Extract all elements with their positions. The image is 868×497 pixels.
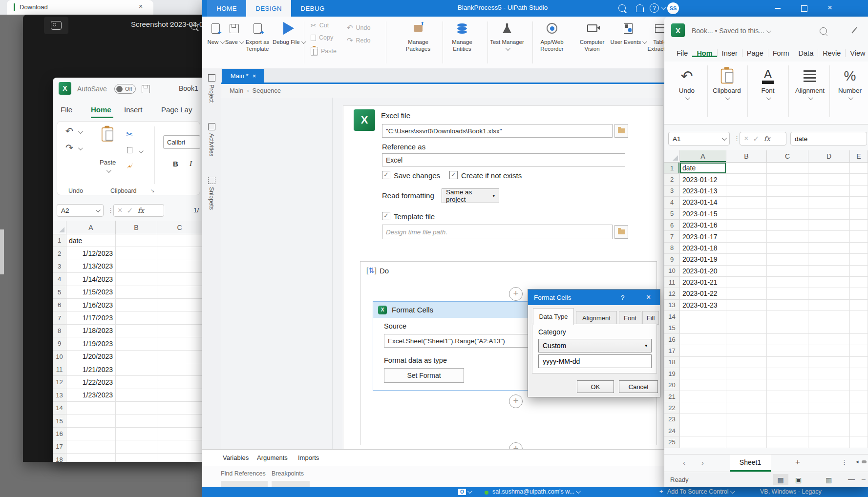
row-number[interactable]: 21 <box>664 391 680 402</box>
row-number[interactable]: 2 <box>53 247 66 260</box>
cell[interactable] <box>157 376 202 389</box>
see-more-icon[interactable]: ⋯ <box>166 19 175 29</box>
undo-icon[interactable]: ↶ <box>65 126 73 136</box>
dialog-tab-alignment[interactable]: Alignment <box>576 311 617 325</box>
close-button[interactable]: × <box>827 3 832 13</box>
row-number[interactable]: 13 <box>53 389 66 402</box>
bold-button[interactable]: B <box>173 160 178 168</box>
cell[interactable] <box>767 288 808 299</box>
photos-app-button[interactable] <box>44 17 68 34</box>
cell[interactable] <box>157 311 202 324</box>
cell[interactable] <box>680 357 726 368</box>
row-number[interactable]: 24 <box>664 425 680 436</box>
row-number[interactable]: 7 <box>53 311 66 324</box>
copy-icon[interactable] <box>127 147 132 153</box>
row-number[interactable]: 15 <box>53 414 66 427</box>
cell[interactable] <box>66 440 116 453</box>
table-row[interactable]: 112023-01-21 <box>664 277 868 288</box>
table-row[interactable]: 15 <box>53 414 202 427</box>
hscroll-left-icon[interactable]: ◂ <box>856 458 859 465</box>
row-number[interactable]: 17 <box>53 440 66 453</box>
cell[interactable]: 1/12/2023 <box>66 247 116 260</box>
tab-debug[interactable]: DEBUG <box>291 0 334 17</box>
cell[interactable] <box>767 300 808 311</box>
name-box[interactable]: A2 <box>57 204 104 217</box>
row-number[interactable]: 15 <box>664 322 680 333</box>
cell[interactable] <box>850 277 868 288</box>
table-row[interactable]: 52023-01-15 <box>664 208 868 220</box>
cell[interactable]: 1/15/2023 <box>66 286 116 299</box>
cell[interactable] <box>850 300 868 311</box>
cell[interactable] <box>726 186 767 197</box>
row-number[interactable]: 25 <box>664 436 680 448</box>
right-sheet-grid[interactable]: 1date22023-01-1232023-01-1342023-01-1452… <box>664 163 868 448</box>
menu-page-layout[interactable]: Page <box>742 49 768 57</box>
cell[interactable] <box>726 414 767 425</box>
cell[interactable] <box>850 231 868 242</box>
cell[interactable] <box>157 351 202 363</box>
italic-button[interactable]: I <box>190 160 192 168</box>
cell[interactable] <box>767 231 808 242</box>
cell[interactable] <box>157 273 202 286</box>
reference-as-input[interactable]: Excel <box>382 153 625 166</box>
col-header-c[interactable]: C <box>767 150 808 163</box>
cell[interactable] <box>726 322 767 333</box>
minimize-button[interactable] <box>775 8 781 9</box>
table-row[interactable]: 20 <box>664 379 868 391</box>
table-row[interactable]: 122023-01-22 <box>664 288 868 299</box>
rail-project[interactable]: Project <box>202 74 221 103</box>
page-break-view-icon[interactable]: ▥ <box>826 476 832 484</box>
table-row[interactable]: 51/15/2023 <box>53 286 202 299</box>
cell[interactable]: 2023-01-18 <box>680 243 726 254</box>
table-row[interactable]: 111/21/2023 <box>53 363 202 376</box>
cell[interactable] <box>157 234 202 247</box>
cell[interactable] <box>726 368 767 379</box>
cell[interactable] <box>808 208 850 220</box>
cell[interactable] <box>850 322 868 333</box>
menu-file[interactable]: File <box>672 49 692 57</box>
cell[interactable]: 1/19/2023 <box>66 337 116 350</box>
table-row[interactable]: 25 <box>664 436 868 448</box>
cell[interactable] <box>726 334 767 345</box>
col-header-c[interactable]: C <box>157 221 202 234</box>
cell[interactable] <box>680 436 726 448</box>
cell[interactable] <box>850 186 868 197</box>
cell[interactable] <box>767 391 808 402</box>
cell[interactable] <box>66 454 116 462</box>
cell[interactable] <box>767 197 808 208</box>
cell[interactable] <box>850 334 868 345</box>
next-sheet-icon[interactable]: › <box>701 458 704 467</box>
cell[interactable] <box>767 311 808 322</box>
workspace-account[interactable]: sai.sushma@uipath.com's w... <box>492 488 579 495</box>
cell[interactable] <box>850 220 868 231</box>
row-number[interactable]: 10 <box>664 266 680 277</box>
sheet-options-icon[interactable]: ⋮ <box>841 458 847 466</box>
cell[interactable] <box>808 368 850 379</box>
cell[interactable] <box>726 231 767 242</box>
table-row[interactable]: 21 <box>664 391 868 402</box>
table-row[interactable]: 42023-01-14 <box>664 197 868 208</box>
row-number[interactable]: 23 <box>664 414 680 425</box>
cell[interactable] <box>850 243 868 254</box>
row-number[interactable]: 20 <box>664 379 680 391</box>
cell[interactable] <box>726 436 767 448</box>
formula-buttons[interactable]: ×✓fx <box>113 204 164 217</box>
tab-design[interactable]: DESIGN <box>246 0 291 17</box>
menu-home[interactable]: Home <box>91 105 111 114</box>
zoom-out-icon[interactable]: — <box>848 475 855 483</box>
cell[interactable] <box>850 436 868 448</box>
add-activity-button[interactable]: + <box>509 394 523 408</box>
create-if-not-exists-checkbox[interactable]: ✓ <box>449 171 458 179</box>
cell[interactable] <box>157 286 202 299</box>
table-row[interactable]: 22023-01-12 <box>664 174 868 185</box>
table-row[interactable]: 91/19/2023 <box>53 337 202 350</box>
rail-snippets[interactable]: Snippets <box>202 177 221 210</box>
col-header-a[interactable]: A <box>66 221 116 234</box>
cell[interactable] <box>726 425 767 436</box>
row-number[interactable]: 9 <box>53 337 66 350</box>
cell[interactable] <box>767 368 808 379</box>
menu-page-layout[interactable]: Page Lay <box>161 105 192 114</box>
cell[interactable] <box>808 391 850 402</box>
cell[interactable] <box>680 322 726 333</box>
cell[interactable] <box>808 220 850 231</box>
